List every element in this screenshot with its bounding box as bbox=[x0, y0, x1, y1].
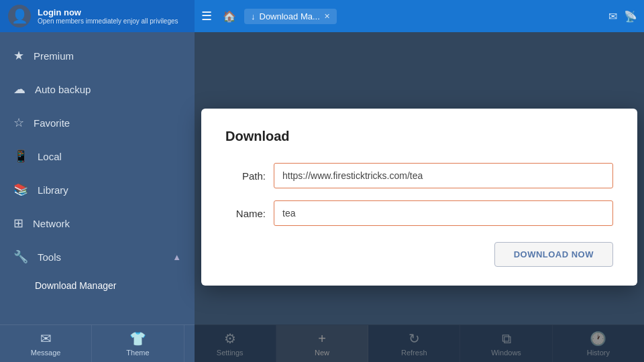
sidebar-sub-download-manager[interactable]: Download Manager bbox=[0, 274, 195, 298]
bottom-label-message: Message bbox=[31, 349, 61, 357]
topbar-cast-icon[interactable]: 📡 bbox=[624, 10, 637, 23]
sidebar-item-tools[interactable]: 🔧 Tools ▲ bbox=[0, 240, 195, 274]
sidebar-label-local: Local bbox=[38, 151, 62, 162]
tools-icon: 🔧 bbox=[13, 249, 28, 264]
top-bar-left: 👤 Login now Open members immediately enj… bbox=[0, 5, 195, 27]
name-label: Name: bbox=[225, 208, 266, 219]
home-icon[interactable]: 🏠 bbox=[223, 10, 236, 23]
dialog-actions: DOWNLOAD NOW bbox=[225, 242, 613, 267]
sidebar-label-auto-backup: Auto backup bbox=[35, 84, 91, 95]
sidebar-item-local[interactable]: 📱 Local bbox=[0, 139, 195, 173]
path-input[interactable] bbox=[274, 163, 613, 188]
bottom-label-theme: Theme bbox=[126, 349, 149, 357]
download-now-button[interactable]: DOWNLOAD NOW bbox=[494, 242, 613, 267]
tools-collapse-icon: ▲ bbox=[172, 252, 181, 262]
sidebar-label-library: Library bbox=[38, 184, 68, 196]
sidebar-item-network[interactable]: ⊞ Network bbox=[0, 206, 195, 240]
sidebar-items: ★ Premium ☁ Auto backup ☆ Favorite 📱 Loc… bbox=[0, 32, 195, 362]
login-title: Login now bbox=[38, 7, 178, 17]
top-bar-right: ☰ 🏠 ↓ Download Ma... ✕ ✉ 📡 bbox=[195, 0, 644, 32]
active-tab[interactable]: ↓ Download Ma... ✕ bbox=[244, 9, 337, 24]
name-input[interactable] bbox=[274, 200, 613, 226]
login-info: Login now Open members immediately enjoy… bbox=[38, 7, 178, 25]
message-icon: ✉ bbox=[40, 330, 52, 347]
sidebar-item-library[interactable]: 📚 Library bbox=[0, 173, 195, 206]
top-bar: 👤 Login now Open members immediately enj… bbox=[0, 0, 644, 32]
tab-close-icon[interactable]: ✕ bbox=[324, 12, 330, 21]
avatar[interactable]: 👤 bbox=[8, 5, 31, 27]
sidebar-label-premium: Premium bbox=[34, 50, 74, 62]
download-dialog: Download Path: Name: DOWNLOAD NOW bbox=[201, 109, 637, 286]
favorite-icon: ☆ bbox=[13, 115, 24, 130]
modal-overlay: Download Path: Name: DOWNLOAD NOW bbox=[195, 32, 644, 362]
bottom-item-theme[interactable]: 👕 Theme bbox=[92, 325, 184, 362]
sidebar-sub-label-download-manager: Download Manager bbox=[35, 280, 116, 291]
bottom-item-message[interactable]: ✉ Message bbox=[0, 325, 92, 362]
login-subtitle: Open members immediately enjoy all privi… bbox=[38, 17, 178, 25]
topbar-icons: ✉ 📡 bbox=[608, 10, 637, 23]
sidebar-item-premium[interactable]: ★ Premium bbox=[0, 39, 195, 72]
network-icon: ⊞ bbox=[13, 216, 23, 231]
tab-label: Download Ma... bbox=[260, 11, 320, 21]
path-field: Path: bbox=[225, 163, 613, 188]
sidebar-label-network: Network bbox=[33, 218, 70, 229]
content-area: Download Path: Name: DOWNLOAD NOW bbox=[195, 32, 644, 362]
premium-icon: ★ bbox=[13, 48, 24, 63]
sidebar-item-favorite[interactable]: ☆ Favorite bbox=[0, 106, 195, 139]
path-label: Path: bbox=[225, 170, 266, 182]
library-icon: 📚 bbox=[13, 182, 28, 197]
hamburger-icon[interactable]: ☰ bbox=[201, 9, 212, 23]
local-icon: 📱 bbox=[13, 149, 28, 164]
name-field: Name: bbox=[225, 200, 613, 226]
auto-backup-icon: ☁ bbox=[13, 82, 25, 97]
tab-download-arrow: ↓ bbox=[251, 11, 256, 21]
theme-icon: 👕 bbox=[129, 330, 146, 347]
sidebar: ★ Premium ☁ Auto backup ☆ Favorite 📱 Loc… bbox=[0, 32, 195, 362]
main-layout: ★ Premium ☁ Auto backup ☆ Favorite 📱 Loc… bbox=[0, 32, 644, 362]
sidebar-label-favorite: Favorite bbox=[34, 117, 70, 129]
sidebar-label-tools: Tools bbox=[38, 251, 61, 263]
sidebar-item-auto-backup[interactable]: ☁ Auto backup bbox=[0, 72, 195, 106]
topbar-mail-icon[interactable]: ✉ bbox=[608, 10, 617, 23]
dialog-title: Download bbox=[225, 129, 613, 144]
